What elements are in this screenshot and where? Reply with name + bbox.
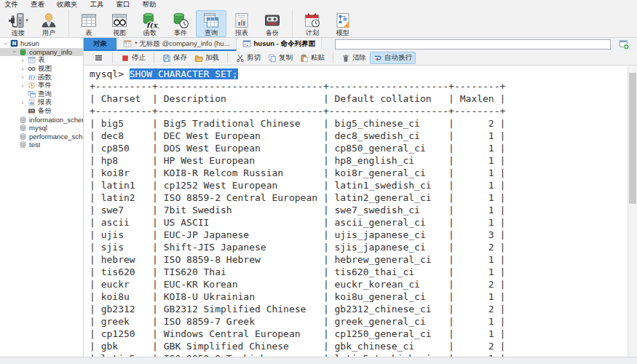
menu-item[interactable]: 查看 <box>31 0 44 9</box>
grid-tab-icon <box>123 39 132 48</box>
menu-item[interactable]: 工具 <box>90 0 104 9</box>
vertical-scrollbar[interactable] <box>628 66 637 357</box>
toolbar-button-label: 连接 <box>12 29 25 36</box>
toolbar-button-label: 报表 <box>235 29 248 36</box>
console-toolbar-button[interactable]: 自动换行 <box>370 52 416 64</box>
clear-icon <box>341 54 350 63</box>
console-toolbar-button[interactable]: 剪切 <box>232 52 264 64</box>
console-toolbar-group: 保存 加载 <box>154 52 223 63</box>
status-bar <box>0 357 637 364</box>
console-toolbar-button[interactable]: 复制 <box>264 52 296 64</box>
toolbar-button[interactable]: 模型 <box>328 10 358 37</box>
toolbar-button[interactable]: 备份 <box>257 10 288 37</box>
main-pane: 对象 * 无标题 @company_info (hu... husun - 命令… <box>84 38 637 357</box>
console-output[interactable]: mysql> SHOW CHARACTER SET;+----------+--… <box>84 66 637 357</box>
backup-sm-icon <box>28 107 36 115</box>
console-toolbar-button[interactable]: 清除 <box>338 52 370 64</box>
tree-item-label: mysql <box>29 124 47 132</box>
toolbar-button[interactable]: 用户 <box>33 10 64 37</box>
sql-console[interactable]: mysql> SHOW CHARACTER SET;+----------+--… <box>84 66 637 357</box>
toolbar-button-label: 计划 <box>306 29 319 36</box>
console-toolbar-button[interactable]: 保存 <box>159 52 191 64</box>
expander-chevron-icon[interactable] <box>20 66 25 73</box>
tree-item[interactable]: test <box>0 141 83 149</box>
toolbar-button[interactable]: 视图 <box>104 10 135 37</box>
console-toolbar-button-label: 自动换行 <box>384 53 412 63</box>
db-gray-icon <box>19 141 27 149</box>
table-sm-icon <box>28 56 36 64</box>
menu-item[interactable]: 窗口 <box>116 0 130 9</box>
tab-bar-filler <box>322 38 637 51</box>
tree-item[interactable]: 函数 <box>0 73 83 82</box>
tree-item-label: company_info <box>29 48 72 56</box>
toolbar-button[interactable]: 函数 <box>135 10 165 37</box>
console-toolbar-button[interactable]: 粘贴 <box>296 52 328 64</box>
console-result: +----------+----------------------------… <box>90 80 627 357</box>
tree-item[interactable]: 视图 <box>0 65 83 74</box>
console-toolbar-group: 停止 <box>112 52 149 63</box>
func-icon <box>141 12 159 29</box>
console-toolbar: 停止 保存 <box>84 51 637 66</box>
expander-chevron-icon[interactable] <box>20 99 25 106</box>
tree-item[interactable]: performance_schema <box>0 132 83 141</box>
query-sm-icon <box>28 90 36 98</box>
menu-item[interactable]: 收藏夹 <box>57 0 78 9</box>
save-icon <box>162 54 171 63</box>
toolbar-group: ▾ 连接 用户 <box>3 10 64 37</box>
db-gray-icon <box>19 132 27 141</box>
sql-command-selected[interactable]: SHOW CHARACTER SET; <box>130 68 238 79</box>
tree-item-label: test <box>29 141 40 149</box>
tab-bar: 对象 * 无标题 @company_info (hu... husun - 命令… <box>84 38 637 51</box>
expander-chevron-icon[interactable] <box>11 48 17 55</box>
tab[interactable]: * 无标题 @company_info (hu... <box>117 38 237 51</box>
db-gray-icon <box>19 116 27 124</box>
tree-item-label: information_schema <box>29 116 83 124</box>
tree-item[interactable]: husun <box>0 39 83 48</box>
tree-item[interactable]: 备份 <box>0 107 83 116</box>
menu-item[interactable]: 帮助 <box>143 0 157 9</box>
tree-item-label: performance_schema <box>29 132 83 141</box>
tree-item[interactable]: 事件 <box>0 82 83 90</box>
tab[interactable]: husun - 命令列界面 <box>237 38 322 51</box>
console-menu-button[interactable] <box>90 53 108 63</box>
scrollbar-thumb[interactable] <box>629 73 636 204</box>
toolbar-button-label: 模型 <box>336 29 349 36</box>
main-toolbar: ▾ 连接 用户 <box>0 9 637 38</box>
expander-chevron-icon[interactable] <box>2 40 8 47</box>
tree-item[interactable]: 查询 <box>0 90 83 99</box>
expander-chevron-icon[interactable] <box>20 74 25 81</box>
toolbar-button[interactable]: 查询 <box>196 10 226 37</box>
expander-chevron-icon[interactable] <box>20 57 25 64</box>
toolbar-button[interactable]: 事件 <box>165 10 196 37</box>
hamburger-menu-icon <box>94 53 103 63</box>
console-toolbar-button-label: 加载 <box>205 53 219 63</box>
filter-input[interactable] <box>335 39 611 50</box>
tree-item-label: husun <box>20 39 39 47</box>
expander-chevron-icon[interactable] <box>20 82 25 90</box>
menu-item[interactable]: 文件 <box>4 0 18 9</box>
menu-bar: 文件 查看 收藏夹 工具 窗口 帮助 <box>0 0 637 9</box>
tree-item[interactable]: mysql <box>0 124 83 132</box>
tree-item[interactable]: 报表 <box>0 98 83 107</box>
new-tab-button[interactable] <box>617 39 631 50</box>
content-area: husun company_info 表 <box>0 38 637 357</box>
tab[interactable]: 对象 <box>84 38 117 51</box>
tree-item[interactable]: information_schema <box>0 115 83 124</box>
console-toolbar-button-label: 清除 <box>352 53 366 63</box>
toolbar-button[interactable]: 计划 <box>297 10 328 37</box>
backup-icon <box>264 12 281 29</box>
toolbar-button[interactable]: 表 <box>74 10 104 37</box>
toolbar-button-label: 函数 <box>143 29 157 36</box>
toolbar-button[interactable]: 报表 <box>226 10 257 37</box>
copy-icon <box>268 54 277 63</box>
event-icon <box>172 12 189 29</box>
tree-item[interactable]: company_info <box>0 48 83 57</box>
cli-icon <box>242 39 251 48</box>
console-toolbar-button[interactable]: 停止 <box>117 52 149 64</box>
toolbar-button-label: 表 <box>86 29 92 36</box>
plan-icon <box>304 12 321 29</box>
tree-item[interactable]: 表 <box>0 56 83 65</box>
stop-icon <box>121 54 130 63</box>
toolbar-button[interactable]: ▾ 连接 <box>3 10 33 37</box>
console-toolbar-button[interactable]: 加载 <box>191 52 223 64</box>
